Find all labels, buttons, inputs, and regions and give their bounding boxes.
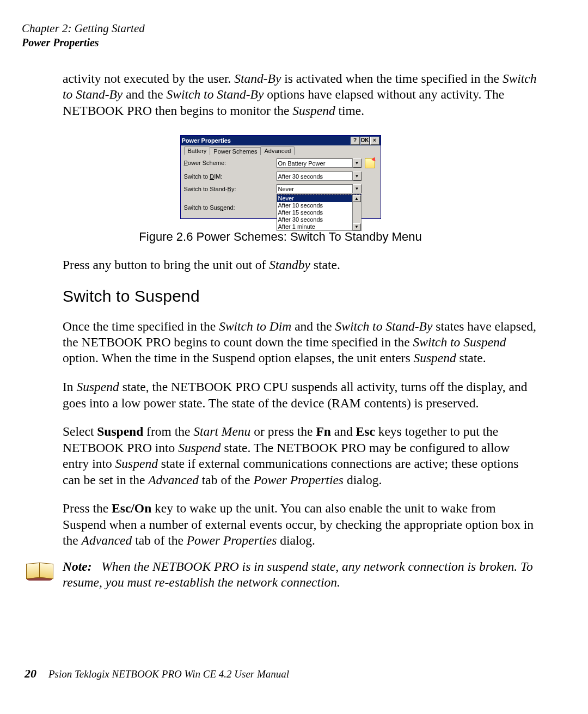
text: dialog. <box>277 533 315 547</box>
italic-term: Switch to Stand-By <box>335 319 433 333</box>
italic-term: Advanced <box>148 473 199 487</box>
list-item[interactable]: After 1 minute <box>277 223 361 230</box>
heading-switch-to-suspend: Switch to Suspend <box>63 287 539 306</box>
list-item[interactable]: After 10 seconds <box>277 202 361 209</box>
text: Press the <box>63 501 112 515</box>
note-body: When the NETBOOK PRO is in suspend state… <box>63 559 533 589</box>
text: or press the <box>250 424 316 438</box>
italic-term: Start Menu <box>193 424 250 438</box>
help-button[interactable]: ? <box>351 137 360 145</box>
note-label: Note: <box>63 559 92 573</box>
italic-term: Stand-By <box>234 71 281 86</box>
paragraph-standby-exit: Press any button to bring the unit out o… <box>63 257 539 273</box>
power-scheme-label: Power Scheme: <box>184 158 277 166</box>
chevron-down-icon[interactable]: ▼ <box>353 184 362 193</box>
switch-to-standby-combo[interactable]: Never <box>277 184 353 193</box>
dialog-tabs: Battery Power Schemes Advanced <box>184 147 377 155</box>
text: and the <box>291 319 335 333</box>
dialog-titlebar: Power Properties ? OK × <box>181 136 381 145</box>
chevron-down-icon[interactable]: ▼ <box>353 158 362 168</box>
paragraph-suspend-state: In Suspend state, the NETBOOK PRO CPU su… <box>63 379 539 411</box>
note-block: Note: When the NETBOOK PRO is in suspend… <box>22 559 539 591</box>
text: state. <box>310 258 340 272</box>
paragraph-wake: Press the Esc/On key to wake up the unit… <box>63 501 539 548</box>
text: tab of the <box>199 473 254 487</box>
text: is activated when the time specified in … <box>281 71 503 86</box>
text: Once the time specified in the <box>63 319 219 333</box>
switch-to-dim-label: Switch to DIM: <box>184 172 277 180</box>
close-button[interactable]: × <box>370 137 379 145</box>
figure-caption: Figure 2.6 Power Schemes: Switch To Stan… <box>22 230 539 244</box>
list-item[interactable]: After 15 seconds <box>277 209 361 216</box>
chapter-heading: Chapter 2: Getting Started <box>22 22 539 35</box>
footer-text: Psion Teklogix NETBOOK PRO Win CE 4.2 Us… <box>48 668 289 680</box>
tab-battery[interactable]: Battery <box>184 147 211 155</box>
italic-term: Suspend <box>292 103 335 118</box>
switch-to-suspend-label: Switch to Suspend: <box>184 203 277 211</box>
power-scheme-combo[interactable]: On Battery Power <box>277 158 353 168</box>
italic-term: Advanced <box>82 533 132 547</box>
italic-term: Switch to Stand-By <box>167 87 264 101</box>
power-properties-dialog: Power Properties ? OK × Battery Power Sc… <box>180 135 381 219</box>
text: time. <box>335 103 365 118</box>
paragraph-suspend-select: Select Suspend from the Start Menu or pr… <box>63 424 539 488</box>
paragraph-suspend-timing: Once the time specified in the Switch to… <box>63 319 539 367</box>
switch-to-standby-label: Switch to Stand-By: <box>184 184 277 192</box>
italic-term: Suspend <box>413 351 456 365</box>
text: Press any button to bring the unit out o… <box>63 258 269 272</box>
italic-term: Power Properties <box>253 473 344 487</box>
new-scheme-icon[interactable] <box>365 158 375 168</box>
section-heading: Power Properties <box>22 36 539 49</box>
scroll-down-icon[interactable]: ▼ <box>353 223 361 230</box>
text: state, the NETBOOK PRO CPU suspends all … <box>63 380 528 410</box>
text: activity not executed by the user. <box>63 71 234 86</box>
list-item[interactable]: After 30 seconds <box>277 216 361 223</box>
text: dialog. <box>344 473 382 487</box>
bold-term: Esc/On <box>112 501 151 515</box>
italic-term: Switch to Suspend <box>413 335 506 349</box>
text: tab of the <box>132 533 187 547</box>
chevron-down-icon[interactable]: ▼ <box>353 172 362 181</box>
dialog-title: Power Properties <box>182 137 350 144</box>
text: In <box>63 380 76 394</box>
bold-term: Fn <box>316 424 330 438</box>
list-item[interactable]: Never <box>277 195 361 202</box>
page-number: 20 <box>24 667 36 681</box>
book-note-icon <box>24 561 54 582</box>
text: option. When the time in the Suspend opt… <box>63 351 413 365</box>
bold-term: Esc <box>356 424 375 438</box>
text: and the <box>122 87 166 101</box>
italic-term: Power Properties <box>187 533 277 547</box>
paragraph-intro: activity not executed by the user. Stand… <box>63 71 539 119</box>
bold-term: Suspend <box>97 424 143 438</box>
text: from the <box>143 424 193 438</box>
text: state. <box>456 351 486 365</box>
italic-term: Suspend <box>178 441 220 455</box>
standby-dropdown-list[interactable]: Never After 10 seconds After 15 seconds … <box>277 194 362 231</box>
italic-term: Suspend <box>115 456 158 471</box>
italic-term: Standby <box>269 258 310 272</box>
tab-advanced[interactable]: Advanced <box>260 147 295 155</box>
ok-button[interactable]: OK <box>360 137 370 145</box>
italic-term: Suspend <box>76 380 119 394</box>
scroll-up-icon[interactable]: ▲ <box>353 195 361 202</box>
tab-power-schemes[interactable]: Power Schemes <box>210 147 261 155</box>
text: and <box>331 424 356 438</box>
italic-term: Switch to Dim <box>219 319 291 333</box>
scrollbar[interactable]: ▲ ▼ <box>352 195 361 230</box>
text: Select <box>63 424 97 438</box>
switch-to-dim-combo[interactable]: After 30 seconds <box>277 172 353 181</box>
